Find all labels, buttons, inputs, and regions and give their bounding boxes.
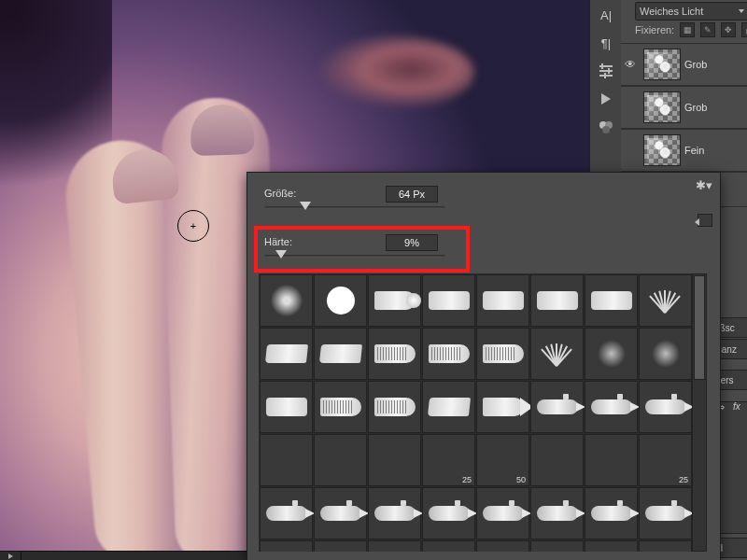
svg-rect-4 — [608, 68, 610, 74]
brush-preset[interactable] — [314, 434, 367, 486]
blend-mode-value: Weiches Licht — [640, 6, 703, 17]
brush-preset[interactable] — [314, 487, 367, 539]
brush-preset[interactable] — [260, 328, 313, 380]
hardness-thumb[interactable] — [275, 250, 287, 259]
brush-preset[interactable] — [368, 434, 421, 486]
brush-preset[interactable] — [260, 274, 313, 327]
hardness-label: Härte: — [264, 236, 320, 247]
lock-brush-icon[interactable]: ✎ — [700, 22, 715, 37]
character-icon[interactable]: A| — [597, 6, 615, 24]
layer-thumbnail[interactable] — [643, 49, 681, 80]
brush-preset[interactable] — [639, 274, 692, 327]
brush-preset[interactable] — [585, 328, 638, 380]
brush-preset[interactable]: 50 — [476, 434, 529, 486]
lock-transparent-icon[interactable]: ▦ — [680, 22, 695, 37]
brush-grid: 2550255025 — [259, 273, 692, 552]
blend-mode-dropdown[interactable]: Weiches Licht — [635, 2, 747, 21]
layer-thumbnail[interactable] — [643, 134, 681, 166]
brush-preset[interactable] — [368, 328, 421, 380]
brush-preset[interactable] — [585, 274, 638, 327]
brush-preset[interactable] — [585, 434, 638, 486]
brush-preset[interactable] — [639, 328, 692, 380]
brush-preset[interactable] — [368, 487, 421, 539]
layer-name: Grob — [684, 59, 707, 70]
svg-rect-3 — [601, 63, 603, 69]
brush-preset[interactable] — [530, 328, 584, 380]
layer-name: Grob — [684, 102, 707, 113]
lock-move-icon[interactable]: ✥ — [721, 22, 736, 37]
svg-point-9 — [602, 126, 610, 133]
brush-preset[interactable] — [260, 487, 313, 539]
brush-preset[interactable]: 25 — [368, 540, 421, 552]
brush-size-caption: 25 — [679, 475, 688, 484]
lock-all-icon[interactable]: 🔒 — [741, 22, 747, 37]
canvas-shadow — [316, 35, 474, 110]
size-value[interactable]: 64 Px — [386, 186, 438, 203]
eye-icon[interactable] — [621, 144, 640, 157]
brush-size-caption: 50 — [516, 475, 526, 484]
brush-preset[interactable] — [476, 381, 529, 433]
brush-preset[interactable] — [476, 487, 529, 539]
brush-preset[interactable] — [260, 381, 313, 433]
hardness-slider[interactable]: Härte: 9% — [264, 236, 451, 247]
hardness-track[interactable] — [264, 255, 445, 258]
brush-preset[interactable] — [368, 274, 421, 327]
hardness-value[interactable]: 9% — [386, 234, 438, 251]
layer-name: Fein — [684, 145, 704, 156]
fx-footer-icon[interactable]: fx — [733, 401, 740, 412]
eye-icon[interactable] — [621, 101, 640, 114]
brush-preset[interactable] — [314, 328, 367, 380]
brush-preset[interactable] — [530, 381, 584, 433]
brush-preset[interactable] — [530, 540, 584, 552]
brush-preset[interactable] — [314, 381, 367, 433]
brush-preset[interactable] — [639, 540, 692, 552]
brush-preset[interactable] — [585, 381, 638, 433]
brush-preset[interactable] — [585, 487, 638, 539]
swatches-icon[interactable] — [597, 118, 615, 136]
brush-preset[interactable] — [530, 434, 584, 486]
brush-preset[interactable] — [422, 274, 475, 327]
brush-preset[interactable] — [422, 328, 475, 380]
gear-icon[interactable]: ✱▾ — [696, 178, 712, 192]
brush-preset[interactable] — [314, 274, 367, 327]
brush-size-caption: 25 — [462, 475, 472, 484]
layer-thumbnail[interactable] — [643, 91, 681, 123]
brush-preset[interactable] — [476, 328, 529, 380]
scrollbar-handle[interactable] — [694, 275, 705, 380]
size-slider[interactable]: Größe: 64 Px — [264, 188, 451, 199]
brush-preset[interactable]: 25 — [422, 434, 475, 486]
sliders-icon[interactable] — [597, 62, 615, 80]
svg-rect-5 — [604, 73, 606, 78]
brush-preset-popover: ✱▾ Größe: 64 Px Härte: 9% 2550255025 — [247, 172, 721, 560]
size-label: Größe: — [264, 188, 320, 199]
brush-preset[interactable] — [476, 274, 529, 327]
brush-preset[interactable] — [530, 274, 584, 327]
eye-icon[interactable]: 👁 — [621, 58, 640, 71]
svg-marker-6 — [601, 93, 611, 105]
paragraph-icon[interactable]: ¶| — [597, 34, 615, 52]
brush-preset[interactable] — [422, 487, 475, 539]
actions-play-icon[interactable] — [597, 90, 615, 108]
play-icon[interactable] — [0, 552, 21, 560]
panel-collapse-icon[interactable] — [698, 214, 712, 227]
brush-preset[interactable] — [368, 381, 421, 433]
layer-row[interactable]: Grob — [621, 86, 747, 129]
brush-preset[interactable] — [422, 381, 475, 433]
brush-scrollbar[interactable] — [692, 273, 707, 552]
brush-preset[interactable] — [260, 434, 313, 486]
brush-preset[interactable] — [639, 487, 692, 539]
brush-preset[interactable]: 25 — [639, 434, 692, 486]
layer-row[interactable]: Fein — [621, 129, 747, 172]
lock-row: Fixieren: ▦ ✎ ✥ 🔒 — [635, 22, 747, 37]
size-track[interactable] — [264, 206, 445, 209]
size-thumb[interactable] — [300, 202, 311, 210]
layer-row[interactable]: 👁 Grob — [621, 43, 747, 86]
brush-preset[interactable] — [476, 540, 529, 552]
brush-preset[interactable]: 50 — [260, 540, 313, 552]
brush-preset[interactable] — [314, 540, 367, 552]
chevron-down-icon — [739, 9, 744, 13]
brush-preset[interactable] — [585, 540, 638, 552]
brush-preset[interactable] — [422, 540, 475, 552]
brush-preset[interactable] — [639, 381, 692, 433]
brush-preset[interactable] — [530, 487, 584, 539]
